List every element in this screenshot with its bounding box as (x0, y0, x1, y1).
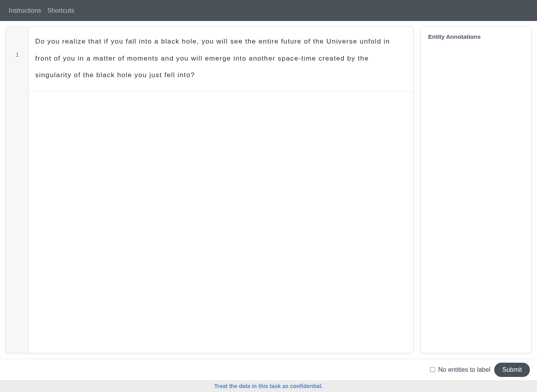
header-bar: Instructions Shortcuts (0, 0, 537, 21)
no-entities-label: No entities to label (438, 366, 491, 373)
submit-button[interactable]: Submit (494, 363, 530, 377)
line-number-gutter: 1 (6, 27, 29, 353)
text-content-area[interactable]: Do you realize that if you fall into a b… (29, 27, 413, 353)
text-annotation-panel: 1 Do you realize that if you fall into a… (6, 27, 413, 353)
line-number: 1 (6, 27, 29, 82)
shortcuts-link[interactable]: Shortcuts (48, 7, 74, 14)
instructions-link[interactable]: Instructions (9, 7, 41, 14)
main-area: 1 Do you realize that if you fall into a… (0, 21, 537, 359)
no-entities-checkbox[interactable] (430, 367, 435, 372)
entity-annotations-panel: Entity Annotations (421, 27, 531, 353)
entity-annotations-title: Entity Annotations (428, 33, 524, 40)
no-entities-checkbox-wrap[interactable]: No entities to label (430, 366, 491, 373)
text-row[interactable]: Do you realize that if you fall into a b… (29, 27, 413, 91)
confidentiality-notice: Treat the data in this task as confident… (0, 380, 537, 392)
bottom-action-bar: No entities to label Submit (0, 359, 537, 380)
